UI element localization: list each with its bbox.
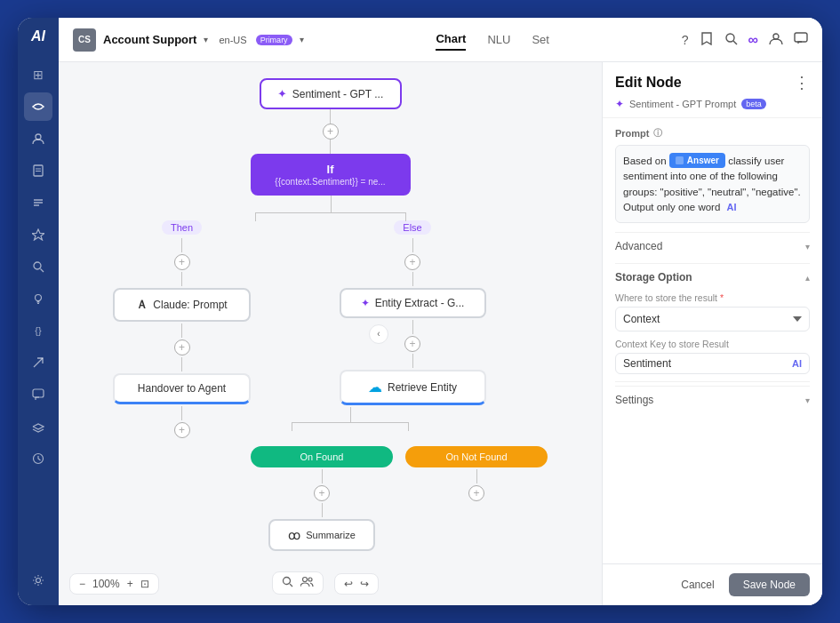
advanced-section[interactable]: Advanced ▾ <box>615 232 810 260</box>
tab-set[interactable]: Set <box>532 29 549 50</box>
tab-chart[interactable]: Chart <box>436 28 466 51</box>
tab-nlu[interactable]: NLU <box>487 29 510 50</box>
svg-rect-26 <box>676 156 684 164</box>
panel-more-btn[interactable]: ⋮ <box>794 73 810 92</box>
sidebar-icon-star[interactable] <box>24 220 52 249</box>
add-on-found[interactable]: + <box>314 485 330 501</box>
sidebar-icon-user[interactable] <box>24 124 52 153</box>
sidebar-icon-layers[interactable] <box>24 412 52 441</box>
add-after-entity[interactable]: + <box>404 336 420 352</box>
canvas-search-icon[interactable] <box>282 576 293 590</box>
account-badge: CS <box>73 28 96 52</box>
svg-point-0 <box>36 134 41 140</box>
retrieve-entity-node[interactable]: ☁ Retrieve Entity <box>340 370 486 405</box>
sidebar-icon-lightbulb[interactable] <box>24 284 52 313</box>
add-else[interactable]: + <box>404 254 420 270</box>
answer-chip[interactable]: Answer <box>669 153 725 168</box>
sidebar-icon-search[interactable] <box>24 252 52 281</box>
cancel-button[interactable]: Cancel <box>674 575 721 595</box>
svg-point-18 <box>726 34 734 42</box>
entity-extract-node[interactable]: ✦ Entity Extract - G... <box>340 288 486 318</box>
sidebar-icon-clock[interactable] <box>24 444 52 473</box>
then-branch: Then + Ａ Claude: Prompt + <box>113 220 251 438</box>
sidebar-icon-export[interactable] <box>24 348 52 377</box>
claude-node[interactable]: Ａ Claude: Prompt <box>113 288 251 322</box>
on-found-branch: On Found + ꝏ Summarize <box>251 446 393 551</box>
summarize-node[interactable]: ꝏ Summarize <box>268 519 375 551</box>
sidebar-icon-flow[interactable] <box>24 92 52 121</box>
lang-dropdown-arrow[interactable]: ▾ <box>300 35 304 44</box>
account-dropdown-arrow[interactable]: ▾ <box>204 35 208 44</box>
bookmark-icon[interactable] <box>700 31 714 48</box>
zoom-out-btn[interactable]: − <box>79 578 85 590</box>
prompt-box[interactable]: Based on Answer classify user sentiment … <box>615 145 810 223</box>
prompt-text-before: Based on <box>623 156 667 166</box>
handover-node[interactable]: Handover to Agent <box>113 373 251 404</box>
message-topbar-icon[interactable] <box>794 31 808 48</box>
claude-icon: Ａ <box>136 297 148 313</box>
beta-badge: beta <box>741 99 766 109</box>
on-found-node[interactable]: On Found <box>251 446 393 467</box>
context-key-field[interactable]: Sentiment AI <box>615 353 810 374</box>
claude-connector <box>181 323 182 338</box>
panel-subtitle: ✦ Sentiment - GPT Prompt beta <box>615 98 810 110</box>
sidebar-icon-chat[interactable] <box>24 380 52 409</box>
context-key-ai-icon[interactable]: AI <box>792 358 802 369</box>
found-connector <box>322 469 323 483</box>
zoom-in-btn[interactable]: + <box>127 578 133 590</box>
settings-section: Settings ▾ <box>615 381 810 413</box>
not-found-connector <box>476 469 477 483</box>
canvas[interactable]: ✦ Sentiment - GPT ... + If {{context.Sen… <box>59 62 602 605</box>
toggle-icon[interactable]: ∞ <box>748 32 758 48</box>
panel-body: Prompt ⓘ Based on Answer classify user s… <box>603 118 822 563</box>
canvas-people-icon[interactable] <box>300 576 314 590</box>
store-option-select[interactable]: Context <box>615 307 810 331</box>
fit-btn[interactable]: ⊡ <box>140 578 149 590</box>
sidebar-icon-grid[interactable]: ⊞ <box>24 60 52 89</box>
entity-extract-label: Entity Extract - G... <box>375 297 465 309</box>
add-after-claude[interactable]: + <box>174 339 190 355</box>
language-tag: en-US <box>219 35 246 45</box>
panel-footer: Cancel Save Node <box>603 563 822 605</box>
settings-row[interactable]: Settings ▾ <box>615 386 810 413</box>
sentiment-node-label: Sentiment - GPT ... <box>292 88 383 100</box>
svg-point-10 <box>36 295 42 301</box>
add-then[interactable]: + <box>174 254 190 270</box>
undo-btn[interactable]: ↩ <box>344 578 353 590</box>
sidebar: AI ⊞ {} <box>18 18 59 605</box>
prompt-help-icon[interactable]: ⓘ <box>653 127 662 140</box>
redo-btn[interactable]: ↪ <box>360 578 369 590</box>
handover-connector <box>181 406 182 420</box>
add-after-handover[interactable]: + <box>174 422 190 438</box>
storage-title: Storage Option <box>615 271 692 284</box>
canvas-toolbar-undo: ↩ ↪ <box>334 573 379 595</box>
then-label: Then <box>162 220 202 235</box>
add-after-sentiment[interactable]: + <box>323 124 339 140</box>
svg-point-24 <box>303 578 308 582</box>
flow-wrapper: ✦ Sentiment - GPT ... + If {{context.Sen… <box>59 62 602 605</box>
svg-point-20 <box>773 34 779 39</box>
panel-header: Edit Node ⋮ ✦ Sentiment - GPT Prompt bet… <box>603 62 822 118</box>
search-topbar-icon[interactable] <box>724 32 738 48</box>
svg-line-23 <box>290 584 292 587</box>
user-topbar-icon[interactable] <box>769 31 783 48</box>
connector-2 <box>330 140 331 154</box>
sidebar-icon-code[interactable]: {} <box>24 316 52 345</box>
sidebar-icon-book[interactable] <box>24 156 52 185</box>
sidebar-icon-settings[interactable] <box>24 566 52 595</box>
help-icon[interactable]: ? <box>682 33 689 47</box>
storage-section: Storage Option ▴ Where to store the resu… <box>615 263 810 374</box>
add-on-not-found[interactable]: + <box>468 485 484 501</box>
app-logo: AI <box>31 28 45 44</box>
prompt-ai-icon[interactable]: AI <box>727 202 737 212</box>
panel-node-icon: ✦ <box>615 98 624 110</box>
storage-chevron[interactable]: ▴ <box>805 273 810 283</box>
panel-collapse-btn[interactable]: ‹ <box>369 324 388 344</box>
sidebar-icon-list[interactable] <box>24 188 52 217</box>
save-node-button[interactable]: Save Node <box>729 573 810 596</box>
sentiment-node[interactable]: ✦ Sentiment - GPT ... <box>260 78 402 109</box>
on-not-found-node[interactable]: On Not Found <box>405 446 548 467</box>
handover-node-label: Handover to Agent <box>138 382 226 395</box>
where-to-store-label: Where to store the result <box>615 292 810 303</box>
if-node[interactable]: If {{context.Sentiment}} = ne... <box>251 154 411 196</box>
